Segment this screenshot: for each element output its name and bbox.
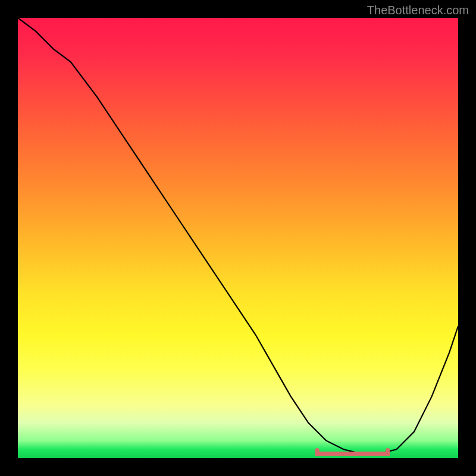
optimal-range-marker [317,450,387,454]
watermark-text: TheBottleneck.com [367,4,469,17]
bottleneck-curve-svg [18,18,458,458]
bottleneck-curve-path [18,18,458,454]
chart-plot-area [18,18,458,458]
